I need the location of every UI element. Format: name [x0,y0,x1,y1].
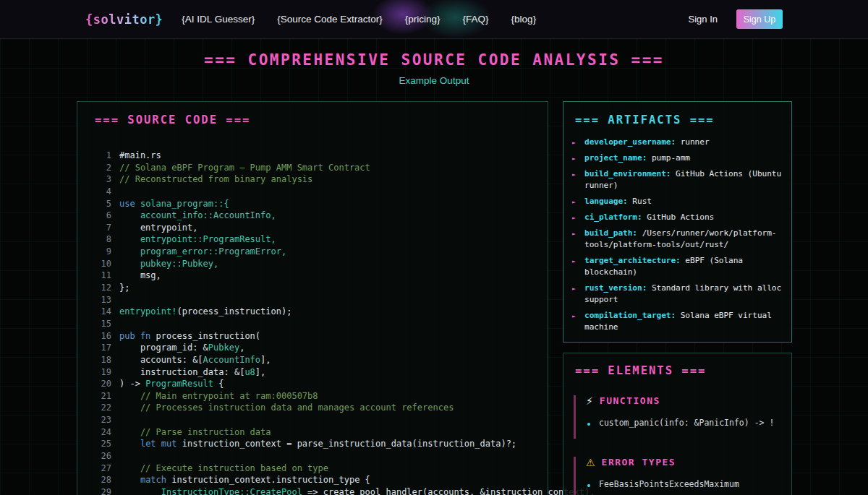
sign-in-link[interactable]: Sign In [689,14,718,25]
line-number: 23 [77,414,111,426]
artifact-key: build_path: [584,228,637,238]
code-text [111,450,119,462]
artifact-value: runner [676,137,709,147]
bullet-dot-icon [587,484,590,487]
code-text: // Reconstructed from binary analysis [111,173,312,186]
line-number: 3 [77,173,111,186]
artifact-item: ►build_path: /Users/runner/work/platform… [563,228,791,251]
code-token: instruction_context.instruction_type { [171,475,370,485]
code-text: // Solana eBPF Program – Pump AMM Smart … [111,162,370,174]
line-number: 28 [77,474,111,486]
code-line: 28 match instruction_context.instruction… [77,474,548,486]
code-text: let mut instruction_context = parse_inst… [111,438,516,450]
code-line: 4 [77,186,548,198]
code-token: ) -> [119,379,145,389]
nav-item-3[interactable]: {pricing} [405,14,441,25]
code-line: 8 entrypoint::ProgramResult, [77,233,548,246]
line-number: 10 [77,258,111,270]
code-text: program_error::ProgramError, [111,246,286,258]
artifact-item: ►compilation_target: Solana eBPF virtual… [563,310,791,333]
nav-item-2[interactable]: {Source Code Extractor} [277,14,383,25]
code-token: { [213,379,224,389]
code-line: 6 account_info::AccountInfo, [77,210,548,222]
code-token: // Main entrypoint at ram:000507b8 [119,391,318,401]
element-section-label: FUNCTIONS [600,395,660,406]
code-token: let mut [140,439,182,449]
code-text: ) -> ProgramResult { [111,378,224,390]
sign-up-button[interactable]: Sign Up [736,9,783,29]
artifact-key: language: [584,197,628,206]
code-line: 3// Reconstructed from binary analysis [77,173,548,186]
code-text: // Processes instruction data and manage… [111,402,454,414]
artifact-value: GitHub Actions [642,212,715,222]
code-line: 20) -> ProgramResult { [77,378,548,390]
line-number: 6 [77,210,111,222]
code-line: 7 entrypoint, [77,222,548,234]
code-line: 24 // Parse instruction data [77,426,548,439]
line-number: 18 [77,354,111,366]
line-number: 12 [77,282,111,294]
artifact-list: ►developer_username: runner►project_name… [563,137,791,333]
line-number: 13 [77,294,111,306]
artifact-value: Rust [628,197,652,206]
code-line: 11 msg, [77,270,548,282]
nav-item-4[interactable]: {FAQ} [463,14,489,25]
code-text [111,414,119,426]
artifact-item: ►language: Rust [563,196,791,207]
artifact-item: ►ci_platform: GitHub Actions [563,212,791,223]
line-number: 14 [77,306,111,318]
code-token: solana_program::{ [140,199,229,209]
code-line: 18 accounts: &[AccountInfo], [77,354,548,366]
code-line: 23 [77,414,548,426]
code-token: }; [119,283,129,293]
code-text: entrypoint, [111,222,197,234]
code-text: InstructionType::CreatePool => create_po… [111,486,595,495]
code-text: instruction_data: &[u8], [111,366,265,379]
logo[interactable]: {solvitor} [85,12,163,27]
bullet-arrow-icon: ► [572,311,576,322]
code-line: 5use solana_program::{ [77,198,548,210]
line-number: 16 [77,330,111,343]
artifacts-panel-title: === ARTIFACTS === [575,113,791,126]
code-token: entrypoint::ProgramResult, [119,234,276,244]
code-token: entrypoint, [119,223,197,233]
code-token: ], [260,355,271,365]
bullet-arrow-icon: ► [572,256,576,267]
code-token: accounts: &[ [119,355,203,365]
code-line: 25 let mut instruction_context = parse_i… [77,438,548,450]
code-text [111,318,119,330]
element-item-list: custom_panic(info: &PanicInfo) -> ! [586,418,786,428]
element-item: FeeBasisPointsExceedsMaximum [586,479,786,489]
nav-item-5[interactable]: {blog} [511,14,537,25]
code-line: 15 [77,318,548,330]
line-number: 1 [77,150,111,162]
nav-item-1[interactable]: {AI IDL Guesser} [182,14,255,25]
code-line: 27 // Execute instruction based on type [77,462,548,475]
line-number: 25 [77,438,111,450]
code-token: program_id: & [119,343,208,353]
line-number: 19 [77,366,111,379]
code-line: 2// Solana eBPF Program – Pump AMM Smart… [77,162,548,174]
code-text: pubkey::Pubkey, [111,258,218,270]
element-item-list: FeeBasisPointsExceedsMaximumZeroBaseAmou… [586,479,786,495]
line-number: 27 [77,462,111,475]
code-listing: 1#main.rs2// Solana eBPF Program – Pump … [77,150,548,495]
code-token: => create_pool_handler(accounts, &instru… [302,487,595,495]
code-token: #main.rs [119,150,161,160]
code-token: match [140,475,171,485]
code-text: match instruction_context.instruction_ty… [111,474,370,486]
artifact-item: ►build_environment: GitHub Actions (Ubun… [563,168,791,191]
element-section-error-types: ⚠ERROR TYPESFeeBasisPointsExceedsMaximum… [574,457,791,495]
bullet-arrow-icon: ► [572,153,576,165]
artifact-key: ci_platform: [584,212,642,222]
bullet-arrow-icon: ► [572,137,576,149]
element-sections: ⚡FUNCTIONScustom_panic(info: &PanicInfo)… [563,395,791,495]
code-token: (process_instruction); [176,306,292,317]
bullet-arrow-icon: ► [572,197,576,208]
code-token: // Parse instruction data [119,427,271,437]
code-text [111,294,119,306]
code-text [111,186,119,198]
bullet-arrow-icon: ► [572,212,576,224]
code-token: // Reconstructed from binary analysis [119,174,312,184]
code-text: // Execute instruction based on type [111,462,328,475]
